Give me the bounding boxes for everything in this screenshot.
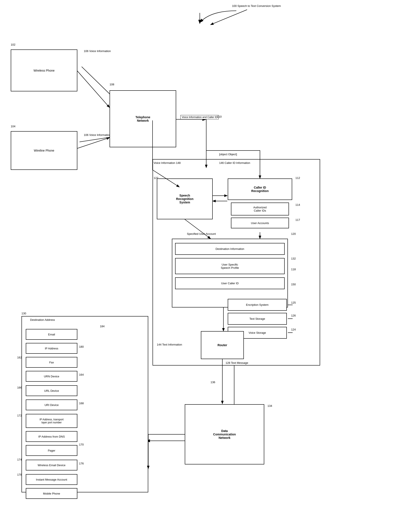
ref-108: 108 bbox=[109, 83, 114, 86]
ref-110: 110 bbox=[217, 115, 222, 118]
voice-storage-label: Voice Storage bbox=[249, 331, 266, 334]
destination-info-label: Destination Information bbox=[216, 247, 244, 251]
title-ref: 100 Speech to Text Conversion System bbox=[232, 4, 318, 8]
ref-166: 166 bbox=[17, 386, 22, 389]
ref-130: 130 bbox=[21, 312, 26, 315]
text-message-label: 128 Text Message bbox=[226, 361, 248, 365]
processing-system-label: [object Object] bbox=[219, 153, 237, 156]
user-accounts-label: User Accounts bbox=[251, 221, 269, 225]
user-accounts-box: User Accounts bbox=[231, 218, 289, 228]
ref-172: 172 bbox=[17, 414, 22, 417]
text-info-label: 144 Text Information bbox=[157, 343, 182, 346]
urn-device-label: URN Device bbox=[44, 375, 59, 378]
url-device-box: URL Device bbox=[26, 385, 77, 396]
authorized-callerids-box: AuthorizedCaller IDs bbox=[231, 202, 289, 215]
ref-126: 126 bbox=[291, 314, 296, 317]
ref-178: 178 bbox=[17, 473, 22, 476]
encription-system-label: Encription System bbox=[246, 303, 269, 306]
speech-recognition-label: SpeechRecognitionSystem bbox=[176, 194, 193, 204]
specified-user-account-label: Specified User Account bbox=[187, 232, 216, 236]
destination-info-box: Destination Information bbox=[175, 243, 285, 255]
callerid-info-label: 146 Caller ID Information bbox=[219, 161, 250, 165]
ref-164: 164 bbox=[79, 373, 84, 376]
ip-address-box: IP Address bbox=[26, 343, 77, 354]
user-specific-speech-box: User SpecificSpeech Profile bbox=[175, 258, 285, 274]
ref-180: 180 bbox=[79, 345, 84, 348]
ref-125: 125 bbox=[291, 301, 296, 304]
url-device-label: URL Device bbox=[44, 389, 59, 393]
speech-recognition-box: SpeechRecognitionSystem bbox=[157, 178, 213, 219]
wireless-email-label: Wireless Email Device bbox=[38, 463, 65, 467]
callerid-recognition-box: Caller IDRecognition bbox=[228, 178, 292, 200]
ref-184: 184 bbox=[100, 325, 105, 328]
ref-117: 117 bbox=[295, 218, 300, 221]
ref-170: 170 bbox=[79, 443, 84, 446]
text-storage-label: Text Storage bbox=[249, 317, 265, 320]
fax-label: Fax bbox=[49, 361, 54, 364]
data-communication-label: DataCommunicationNetwork bbox=[213, 429, 236, 439]
ref-132: 132 bbox=[291, 257, 296, 260]
ip-dns-box: IP Address from DNS bbox=[26, 431, 77, 442]
instant-message-label: Instant Message Account bbox=[36, 478, 67, 481]
telephone-network-label: TelephoneNetwork bbox=[135, 115, 150, 122]
user-specific-speech-label: User SpecificSpeech Profile bbox=[221, 263, 239, 270]
email-box: Email bbox=[26, 329, 77, 340]
encription-system-box: Encription System bbox=[228, 299, 287, 311]
uri-device-box: URI Device bbox=[26, 400, 77, 410]
ip-transport-label: IP Address, transportlayer port number bbox=[40, 418, 64, 424]
user-callerid-label: User Caller ID bbox=[221, 282, 239, 285]
mobile-phone-box: Mobile Phone bbox=[26, 488, 77, 499]
telephone-network-box: TelephoneNetwork bbox=[109, 90, 176, 147]
diagram-container: 100 Speech to Text Conversion System 102… bbox=[0, 0, 420, 524]
uri-device-label: URI Device bbox=[44, 403, 59, 407]
instant-message-box: Instant Message Account bbox=[26, 474, 77, 485]
wireline-phone-box: Wireline Phone bbox=[11, 131, 77, 170]
ref-176: 176 bbox=[79, 462, 84, 465]
callerid-recognition-label: Caller IDRecognition bbox=[251, 186, 269, 193]
ref-104: 104 bbox=[11, 125, 16, 128]
ref-102: 102 bbox=[11, 43, 16, 46]
data-communication-box: DataCommunicationNetwork bbox=[185, 404, 264, 464]
wireless-email-box: Wireless Email Device bbox=[26, 460, 77, 471]
router-box: Router bbox=[201, 331, 244, 359]
ip-transport-box: IP Address, transportlayer port number bbox=[26, 414, 77, 428]
ref-118: 118 bbox=[291, 268, 296, 271]
ref-112: 112 bbox=[295, 176, 300, 180]
mobile-phone-label: Mobile Phone bbox=[43, 492, 60, 495]
voice-info-callerid-label: Voice Information and Caller ID bbox=[180, 115, 219, 119]
wireline-phone-label: Wireline Phone bbox=[34, 149, 54, 152]
pager-box: Pager bbox=[26, 445, 77, 456]
ip-address-label: IP Address bbox=[45, 347, 59, 350]
ref-124: 124 bbox=[291, 328, 296, 331]
ip-dns-label: IP Address from DNS bbox=[38, 435, 65, 438]
ref-136: 136 bbox=[210, 381, 215, 384]
router-label: Router bbox=[218, 343, 227, 347]
wireless-phone-box: Wireless Phone bbox=[11, 49, 77, 91]
wireless-phone-label: Wireless Phone bbox=[34, 69, 55, 72]
ref-134: 134 bbox=[268, 404, 272, 407]
voice-info-106a-label: 106 Voice Information bbox=[84, 49, 111, 53]
authorized-callerids-label: AuthorizedCaller IDs bbox=[253, 206, 267, 212]
urn-device-box: URN Device bbox=[26, 371, 77, 382]
pager-label: Pager bbox=[48, 449, 55, 452]
voice-info-148-label: Voice Information 148 bbox=[154, 161, 181, 165]
ref-168: 168 bbox=[79, 402, 84, 405]
fax-box: Fax bbox=[26, 357, 77, 368]
svg-line-17 bbox=[77, 71, 109, 107]
ref-150: 150 bbox=[291, 283, 296, 286]
ref-174: 174 bbox=[17, 458, 22, 461]
ref-114: 114 bbox=[295, 203, 300, 206]
svg-line-16 bbox=[210, 10, 247, 25]
text-storage-box: Text Storage bbox=[228, 313, 287, 325]
email-label: Email bbox=[48, 333, 55, 336]
voice-info-106b-label: 106 Voice Information bbox=[84, 133, 111, 137]
ref-162: 162 bbox=[17, 356, 22, 359]
destination-address-label: Destination Address bbox=[30, 318, 55, 322]
svg-line-18 bbox=[77, 138, 109, 148]
ref-120: 120 bbox=[291, 232, 296, 236]
user-callerid-box: User Caller ID bbox=[175, 277, 285, 289]
